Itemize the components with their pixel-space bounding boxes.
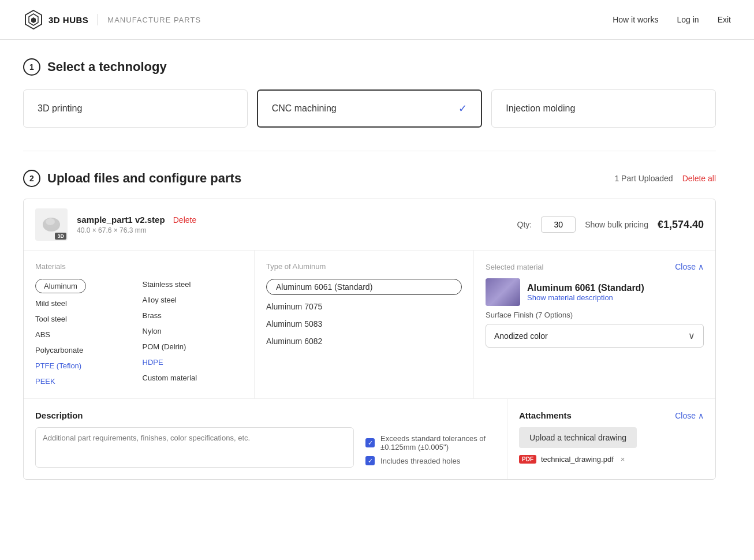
part-header: 3D sample_part1 v2.step Delete 40.0 × 67… bbox=[24, 199, 715, 251]
aluminum-type-list: Aluminum 6061 (Standard) Aluminum 7075 A… bbox=[266, 279, 462, 347]
material-hdpe[interactable]: HDPE bbox=[143, 357, 243, 368]
step2-right: 1 Part Uploaded Delete all bbox=[614, 174, 716, 183]
material-text-info: Aluminum 6061 (Standard) Show material d… bbox=[527, 283, 644, 302]
checkboxes: Exceeds standard tolerances of ±0.125mm … bbox=[365, 434, 495, 465]
exit-link[interactable]: Exit bbox=[718, 15, 731, 24]
tech-card-injection-molding[interactable]: Injection molding bbox=[491, 89, 716, 128]
material-brass[interactable]: Brass bbox=[143, 310, 243, 321]
upload-technical-drawing-button[interactable]: Upload a technical drawing bbox=[519, 427, 637, 448]
material-ptfe-wrap: PTFE (Teflon) bbox=[35, 360, 136, 371]
material-nylon-wrap: Nylon bbox=[143, 326, 243, 337]
attachments-header: Attachments Close ∧ bbox=[519, 410, 704, 420]
aluminum-7075[interactable]: Aluminum 7075 bbox=[266, 301, 462, 312]
material-custom-wrap: Custom material bbox=[143, 372, 243, 383]
cnc-selected-checkmark: ✓ bbox=[458, 102, 467, 115]
description-textarea[interactable] bbox=[35, 427, 354, 468]
surface-finish-label: Surface Finish (7 Options) bbox=[486, 311, 704, 319]
description-title: Description bbox=[35, 410, 83, 420]
3d-printing-label: 3D printing bbox=[38, 103, 82, 114]
description-header: Description bbox=[35, 410, 495, 420]
delete-all-button[interactable]: Delete all bbox=[682, 174, 716, 183]
checkbox-tolerances-row: Exceeds standard tolerances of ±0.125mm … bbox=[365, 434, 495, 451]
attachment-filename: technical_drawing.pdf bbox=[541, 455, 614, 464]
material-col1: Aluminum Mild steel Tool steel ABS Polyc… bbox=[35, 279, 136, 387]
material-alloy-steel[interactable]: Alloy steel bbox=[143, 294, 243, 305]
tech-card-3d-printing[interactable]: 3D printing bbox=[23, 89, 248, 128]
show-material-description-link[interactable]: Show material description bbox=[527, 293, 644, 302]
aluminum-6061[interactable]: Aluminum 6061 (Standard) bbox=[266, 279, 462, 295]
part-filename: sample_part1 v2.step Delete bbox=[77, 215, 196, 225]
how-it-works-link[interactable]: How it works bbox=[613, 15, 658, 24]
material-nylon[interactable]: Nylon bbox=[143, 326, 243, 337]
attachments-chevron-up-icon: ∧ bbox=[698, 411, 704, 420]
part-price: €1,574.40 bbox=[658, 219, 704, 231]
quantity-input[interactable] bbox=[541, 216, 576, 233]
header-left: 3D HUBS MANUFACTURE PARTS bbox=[23, 9, 201, 30]
selected-mat-info: Aluminum 6061 (Standard) Show material d… bbox=[486, 278, 704, 306]
logo-divider bbox=[98, 14, 98, 25]
logo-icon bbox=[23, 9, 44, 30]
aluminum-6082[interactable]: Aluminum 6082 bbox=[266, 335, 462, 347]
materials-grid: Aluminum Mild steel Tool steel ABS Polyc… bbox=[35, 279, 242, 387]
aluminum-5083[interactable]: Aluminum 5083 bbox=[266, 318, 462, 330]
chevron-down-icon: ∨ bbox=[688, 330, 695, 341]
part-delete-link[interactable]: Delete bbox=[173, 215, 196, 225]
material-tool-steel[interactable]: Tool steel bbox=[35, 313, 136, 324]
svg-marker-2 bbox=[31, 17, 36, 23]
material-custom[interactable]: Custom material bbox=[143, 372, 243, 383]
step2-header: 2 Upload files and configure parts 1 Par… bbox=[23, 170, 716, 187]
part-dimensions: 40.0 × 67.6 × 76.3 mm bbox=[77, 226, 196, 234]
selected-mat-header: Selected material Close ∧ bbox=[486, 262, 704, 271]
checkbox-tolerances[interactable] bbox=[365, 438, 375, 447]
aluminum-types-column: Type of Aluminum Aluminum 6061 (Standard… bbox=[255, 251, 474, 398]
attachment-file-item: PDF technical_drawing.pdf × bbox=[519, 455, 704, 464]
material-pom-wrap: POM (Delrin) bbox=[143, 341, 243, 352]
bulk-pricing-link[interactable]: Show bulk pricing bbox=[585, 220, 648, 229]
step2-left: 2 Upload files and configure parts bbox=[23, 170, 241, 187]
material-peek[interactable]: PEEK bbox=[35, 376, 136, 387]
material-mild-steel-wrap: Mild steel bbox=[35, 298, 136, 309]
manufacture-label: MANUFACTURE PARTS bbox=[107, 16, 201, 24]
pdf-badge: PDF bbox=[519, 455, 536, 464]
materials-close-button[interactable]: Close ∧ bbox=[675, 262, 704, 271]
material-stainless-steel[interactable]: Stainless steel bbox=[143, 279, 243, 290]
description-column: Description Exceeds standard tolerances … bbox=[24, 399, 507, 479]
section-divider bbox=[23, 151, 716, 151]
technology-cards: 3D printing CNC machining ✓ Injection mo… bbox=[23, 89, 716, 128]
material-abs-wrap: ABS bbox=[35, 329, 136, 340]
attachments-close-button[interactable]: Close ∧ bbox=[675, 411, 704, 420]
step2-circle: 2 bbox=[23, 170, 40, 187]
part-details: sample_part1 v2.step Delete 40.0 × 67.6 … bbox=[77, 215, 196, 234]
part-card: 3D sample_part1 v2.step Delete 40.0 × 67… bbox=[23, 199, 716, 480]
cnc-machining-label: CNC machining bbox=[272, 103, 337, 114]
step1-title: Select a technology bbox=[47, 59, 167, 74]
material-aluminum[interactable]: Aluminum bbox=[35, 279, 86, 293]
material-polycarbonate-wrap: Polycarbonate bbox=[35, 345, 136, 356]
material-ptfe[interactable]: PTFE (Teflon) bbox=[35, 360, 136, 371]
material-polycarbonate[interactable]: Polycarbonate bbox=[35, 345, 136, 356]
materials-column: Materials Aluminum Mild steel Tool steel… bbox=[24, 251, 255, 398]
selected-material-column: Selected material Close ∧ Aluminum 6061 … bbox=[474, 251, 715, 398]
selected-material-label: Selected material bbox=[486, 263, 543, 271]
surface-finish-dropdown[interactable]: Anodized color ∨ bbox=[486, 324, 704, 348]
chevron-up-icon: ∧ bbox=[698, 262, 704, 271]
material-abs[interactable]: ABS bbox=[35, 329, 136, 340]
material-pom[interactable]: POM (Delrin) bbox=[143, 341, 243, 352]
checkbox-threaded[interactable] bbox=[365, 456, 375, 465]
material-tool-steel-wrap: Tool steel bbox=[35, 313, 136, 324]
material-hdpe-wrap: HDPE bbox=[143, 357, 243, 368]
materials-label: Materials bbox=[35, 262, 242, 271]
tech-card-cnc-machining[interactable]: CNC machining ✓ bbox=[257, 89, 483, 128]
material-col2: Stainless steel Alloy steel Brass Nylon … bbox=[143, 279, 243, 387]
parts-uploaded-count: 1 Part Uploaded bbox=[614, 174, 673, 183]
step1-header: 1 Select a technology bbox=[23, 58, 716, 76]
checkbox-tolerances-label: Exceeds standard tolerances of ±0.125mm … bbox=[380, 434, 495, 451]
part-info: 3D sample_part1 v2.step Delete 40.0 × 67… bbox=[35, 208, 196, 241]
material-mild-steel[interactable]: Mild steel bbox=[35, 298, 136, 309]
surface-finish-value: Anodized color bbox=[494, 331, 548, 341]
logo-text: 3D HUBS bbox=[48, 15, 88, 25]
remove-attachment-button[interactable]: × bbox=[621, 455, 625, 464]
log-in-link[interactable]: Log in bbox=[677, 15, 699, 24]
bottom-section: Description Exceeds standard tolerances … bbox=[24, 399, 715, 479]
step1-circle: 1 bbox=[23, 58, 40, 76]
